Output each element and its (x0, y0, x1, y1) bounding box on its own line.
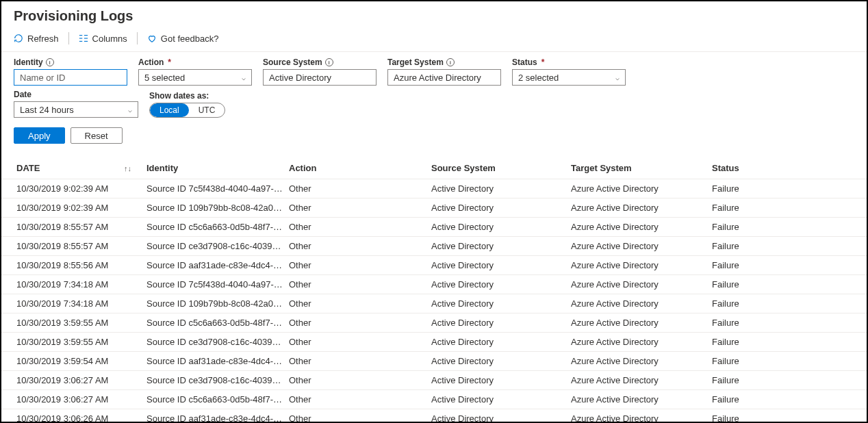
cell-date: 10/30/2019 3:06:27 AM (1, 371, 144, 390)
cell-action: Other (286, 294, 429, 313)
cell-source: Active Directory (429, 313, 568, 333)
cell-action: Other (286, 390, 429, 409)
col-header-status[interactable]: Status (709, 157, 867, 179)
col-header-date[interactable]: DATE ↑↓ (1, 157, 144, 179)
refresh-button[interactable]: Refresh (14, 34, 64, 44)
identity-input[interactable] (14, 69, 127, 86)
cell-status: Failure (709, 352, 867, 371)
cell-status: Failure (709, 294, 867, 313)
table-row[interactable]: 10/30/2019 8:55:56 AMSource ID aaf31ade-… (1, 256, 867, 275)
cell-identity: Source ID c5c6a663-0d5b-48f7-b1d7-ec4 (144, 313, 286, 333)
table-row[interactable]: 10/30/2019 3:59:55 AMSource ID ce3d7908-… (1, 333, 867, 352)
reset-button[interactable]: Reset (71, 127, 123, 144)
refresh-icon (14, 34, 23, 43)
columns-button[interactable]: Columns (73, 34, 133, 44)
sort-icon: ↑↓ (124, 164, 131, 172)
table-row[interactable]: 10/30/2019 9:02:39 AMSource ID 109b79bb-… (1, 198, 867, 218)
cell-source: Active Directory (429, 179, 568, 198)
cell-source: Active Directory (429, 294, 568, 313)
info-icon[interactable]: i (446, 58, 455, 66)
table-row[interactable]: 10/30/2019 8:55:57 AMSource ID ce3d7908-… (1, 237, 867, 256)
table-row[interactable]: 10/30/2019 8:55:57 AMSource ID c5c6a663-… (1, 218, 867, 237)
cell-identity: Source ID ce3d7908-c16c-4039-a346-b72 (144, 333, 286, 352)
cell-date: 10/30/2019 8:55:57 AM (1, 218, 144, 237)
page-title: Provisioning Logs (1, 1, 867, 29)
table-row[interactable]: 10/30/2019 7:34:18 AMSource ID 7c5f438d-… (1, 275, 867, 294)
source-system-value: Active Directory (269, 73, 331, 83)
cell-date: 10/30/2019 3:59:55 AM (1, 333, 144, 352)
feedback-button[interactable]: Got feedback? (142, 34, 225, 44)
cell-date: 10/30/2019 7:34:18 AM (1, 294, 144, 313)
logs-table: DATE ↑↓ Identity Action Source System Ta… (1, 157, 867, 423)
cell-status: Failure (709, 390, 867, 409)
info-icon[interactable]: i (46, 58, 54, 66)
chevron-down-icon: ⌵ (615, 74, 620, 81)
status-label: Status* (512, 57, 626, 67)
cell-date: 10/30/2019 3:06:26 AM (1, 409, 144, 424)
show-dates-toggle: Local UTC (149, 103, 225, 118)
date-select-value: Last 24 hours (20, 105, 74, 115)
apply-button[interactable]: Apply (14, 127, 65, 144)
cell-target: Azure Active Directory (568, 275, 709, 294)
cell-status: Failure (709, 333, 867, 352)
status-select-value: 2 selected (518, 73, 559, 83)
cell-action: Other (286, 333, 429, 352)
col-header-target[interactable]: Target System (568, 157, 709, 179)
cell-action: Other (286, 256, 429, 275)
col-header-identity[interactable]: Identity (144, 157, 286, 179)
cell-target: Azure Active Directory (568, 313, 709, 333)
info-icon[interactable]: i (325, 58, 333, 66)
cell-source: Active Directory (429, 256, 568, 275)
cell-source: Active Directory (429, 352, 568, 371)
table-row[interactable]: 10/30/2019 3:59:54 AMSource ID aaf31ade-… (1, 352, 867, 371)
target-system-value: Azure Active Directory (394, 73, 481, 83)
cell-source: Active Directory (429, 275, 568, 294)
col-header-action[interactable]: Action (286, 157, 429, 179)
cell-source: Active Directory (429, 371, 568, 390)
cell-target: Azure Active Directory (568, 409, 709, 424)
table-row[interactable]: 10/30/2019 3:06:26 AMSource ID aaf31ade-… (1, 409, 867, 424)
heart-icon (147, 34, 157, 43)
cell-status: Failure (709, 275, 867, 294)
source-system-label: Source System i (263, 57, 376, 67)
cell-date: 10/30/2019 3:59:54 AM (1, 352, 144, 371)
action-select[interactable]: 5 selected ⌵ (138, 69, 252, 86)
date-select[interactable]: Last 24 hours ⌵ (14, 101, 138, 118)
table-row[interactable]: 10/30/2019 3:59:55 AMSource ID c5c6a663-… (1, 313, 867, 333)
cell-target: Azure Active Directory (568, 237, 709, 256)
cell-identity: Source ID aaf31ade-c83e-4dc4-878c-da25 (144, 256, 286, 275)
cell-action: Other (286, 275, 429, 294)
cell-status: Failure (709, 256, 867, 275)
target-system-select[interactable]: Azure Active Directory (387, 69, 501, 86)
cell-identity: Source ID aaf31ade-c83e-4dc4-878c-da25 (144, 409, 286, 424)
cell-status: Failure (709, 409, 867, 424)
cell-date: 10/30/2019 7:34:18 AM (1, 275, 144, 294)
table-row[interactable]: 10/30/2019 7:34:18 AMSource ID 109b79bb-… (1, 294, 867, 313)
col-header-source[interactable]: Source System (429, 157, 568, 179)
table-row[interactable]: 10/30/2019 3:06:27 AMSource ID ce3d7908-… (1, 371, 867, 390)
cell-date: 10/30/2019 8:55:56 AM (1, 256, 144, 275)
cell-identity: Source ID ce3d7908-c16c-4039-a346-b72 (144, 371, 286, 390)
cell-date: 10/30/2019 9:02:39 AM (1, 198, 144, 218)
columns-label: Columns (92, 34, 127, 44)
refresh-label: Refresh (27, 34, 59, 44)
source-system-select[interactable]: Active Directory (263, 69, 376, 86)
cell-action: Other (286, 218, 429, 237)
cell-identity: Source ID 7c5f438d-4040-4a97-8a45-9d6 (144, 179, 286, 198)
cell-action: Other (286, 371, 429, 390)
toggle-utc[interactable]: UTC (189, 103, 225, 117)
cell-identity: Source ID c5c6a663-0d5b-48f7-b1d7-ec4 (144, 218, 286, 237)
cell-date: 10/30/2019 8:55:57 AM (1, 237, 144, 256)
cell-target: Azure Active Directory (568, 218, 709, 237)
cell-action: Other (286, 409, 429, 424)
toggle-local[interactable]: Local (150, 103, 189, 117)
cell-target: Azure Active Directory (568, 179, 709, 198)
cell-target: Azure Active Directory (568, 294, 709, 313)
chevron-down-icon: ⌵ (242, 74, 246, 81)
cell-target: Azure Active Directory (568, 333, 709, 352)
action-select-value: 5 selected (144, 73, 185, 83)
cell-status: Failure (709, 218, 867, 237)
status-select[interactable]: 2 selected ⌵ (512, 69, 626, 86)
table-row[interactable]: 10/30/2019 9:02:39 AMSource ID 7c5f438d-… (1, 179, 867, 198)
table-row[interactable]: 10/30/2019 3:06:27 AMSource ID c5c6a663-… (1, 390, 867, 409)
